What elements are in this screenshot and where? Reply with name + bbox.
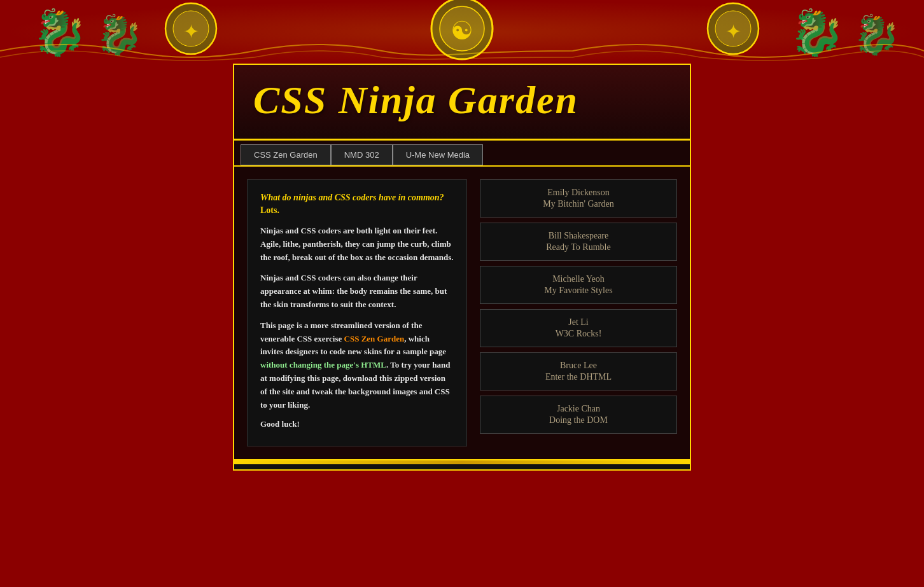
designer-name-5: Jackie Chan <box>490 404 667 414</box>
designer-name-0: Emily Dickenson <box>490 188 667 198</box>
lots-text: Lots. <box>260 205 454 216</box>
bottom-border <box>234 459 690 464</box>
designer-title-1: Ready To Rumble <box>490 242 667 252</box>
designer-card-4[interactable]: Bruce LeeEnter the DHTML <box>480 352 677 390</box>
html-link[interactable]: without changing the page's HTML <box>260 360 386 369</box>
site-header: CSS Ninja Garden <box>234 65 690 141</box>
main-container: CSS Ninja Garden CSS Zen Garden NMD 302 … <box>233 64 691 471</box>
left-column: What do ninjas and CSS coders have in co… <box>247 179 467 446</box>
svg-text:✦: ✦ <box>183 21 199 42</box>
designer-card-1[interactable]: Bill ShakespeareReady To Rumble <box>480 223 677 261</box>
site-title: CSS Ninja Garden <box>253 78 671 123</box>
svg-text:🐉: 🐉 <box>853 12 900 57</box>
nav-tab-ume[interactable]: U-Me New Media <box>393 144 483 165</box>
designer-title-4: Enter the DHTML <box>490 372 667 382</box>
designer-name-4: Bruce Lee <box>490 361 667 371</box>
svg-text:☯: ☯ <box>451 17 473 45</box>
designer-card-2[interactable]: Michelle YeohMy Favorite Styles <box>480 266 677 304</box>
svg-point-8 <box>715 11 751 46</box>
svg-point-7 <box>708 3 759 54</box>
designer-name-2: Michelle Yeoh <box>490 274 667 284</box>
designer-card-5[interactable]: Jackie ChanDoing the DOM <box>480 396 677 434</box>
svg-point-2 <box>440 6 484 51</box>
designer-title-3: W3C Rocks! <box>490 329 667 339</box>
designer-card-0[interactable]: Emily DickensonMy Bitchin' Garden <box>480 179 677 218</box>
dragon-banner: ☯ ✦ ✦ 🐉 🐉 🐉 🐉 <box>0 0 924 64</box>
svg-text:🐉: 🐉 <box>32 6 88 59</box>
designer-title-5: Doing the DOM <box>490 415 667 425</box>
designer-name-3: Jet Li <box>490 317 667 328</box>
css-zen-link[interactable]: CSS Zen Garden <box>344 334 405 343</box>
svg-text:✦: ✦ <box>725 21 741 42</box>
content-area: What do ninjas and CSS coders have in co… <box>234 167 690 459</box>
nav-tab-css-zen[interactable]: CSS Zen Garden <box>241 144 331 165</box>
paragraph-2: Ninjas and CSS coders can also change th… <box>260 272 454 311</box>
question-heading: What do ninjas and CSS coders have in co… <box>260 193 454 203</box>
designer-name-1: Bill Shakespeare <box>490 231 667 241</box>
svg-text:🐉: 🐉 <box>789 6 845 59</box>
navigation-bar: CSS Zen Garden NMD 302 U-Me New Media <box>234 141 690 167</box>
designer-title-2: My Favorite Styles <box>490 286 667 296</box>
nav-tab-nmd302[interactable]: NMD 302 <box>331 144 393 165</box>
designer-card-3[interactable]: Jet LiW3C Rocks! <box>480 309 677 347</box>
svg-point-1 <box>431 0 493 59</box>
svg-point-5 <box>173 11 209 46</box>
paragraph-3: This page is a more streamlined version … <box>260 319 454 412</box>
paragraph-1: Ninjas and CSS coders are both light on … <box>260 224 454 264</box>
svg-text:🐉: 🐉 <box>95 12 143 57</box>
designer-title-0: My Bitchin' Garden <box>490 199 667 209</box>
designer-list: Emily DickensonMy Bitchin' GardenBill Sh… <box>480 179 677 446</box>
good-luck-text: Good luck! <box>260 419 454 429</box>
svg-rect-0 <box>0 0 924 64</box>
dragon-banner-svg: ☯ ✦ ✦ 🐉 🐉 🐉 🐉 <box>0 0 924 64</box>
svg-point-4 <box>165 3 216 54</box>
